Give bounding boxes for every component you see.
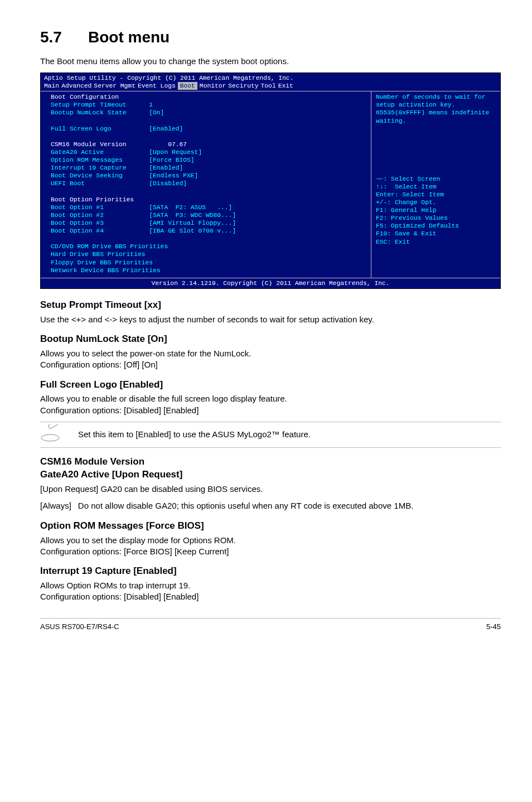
- bios-tab-tool: Tool: [261, 82, 276, 90]
- footer-page-number: 5-45: [486, 622, 501, 632]
- bios-group2-title: CSM16 Module Version 07.67: [51, 141, 187, 148]
- bios-key-help: →←: Select Screen ↑↓: Select Item Enter:…: [376, 175, 496, 246]
- section-title: Boot menu: [88, 28, 170, 46]
- body-setup-prompt: Use the <+> and <-> keys to adjust the n…: [40, 314, 501, 325]
- page-heading: 5.7Boot menu: [40, 27, 501, 48]
- footer-model: ASUS RS700-E7/RS4-C: [40, 622, 119, 632]
- def-def-always: Do not allow disable GA20; this optionis…: [78, 500, 413, 511]
- bios-tab-event-logs: Event Logs: [138, 82, 176, 90]
- section-number: 5.7: [40, 27, 88, 48]
- bios-group1-title: Boot Configuration: [51, 94, 119, 100]
- body-option-rom: Allows you to set the display mode for O…: [40, 535, 501, 558]
- bios-group2-items: GateA20 Active [Upon Request] Option ROM…: [51, 149, 202, 187]
- bios-menubar: Main Advanced Server Mgmt Event Logs Boo…: [41, 82, 500, 91]
- bios-footer-line: Version 2.14.1219. Copyright (C) 2011 Am…: [41, 278, 500, 288]
- bios-left-pane: Boot Configuration Setup Prompt Timeout …: [41, 91, 371, 278]
- bios-tab-advanced: Advanced: [61, 82, 91, 90]
- bios-title-line: Aptio Setup Utility - Copyright (C) 2011…: [41, 73, 500, 82]
- bios-body: Boot Configuration Setup Prompt Timeout …: [41, 91, 500, 278]
- bios-group3-title: Boot Option Priorities: [51, 196, 134, 203]
- body-numlock: Allows you to select the power-on state …: [40, 348, 501, 371]
- subhead-csm16: CSM16 Module Version: [40, 456, 501, 468]
- bios-tab-security: Seciruty: [228, 82, 258, 90]
- bios-group1-items: Setup Prompt Timeout 1 Bootup NumLock St…: [51, 102, 183, 132]
- bios-right-pane: Number of seconds to wait for setup acti…: [371, 91, 500, 278]
- bios-tab-boot: Boot: [178, 82, 197, 90]
- bios-group3-items: Boot Option #1 [SATA P2: ASUS ...] Boot …: [51, 204, 236, 274]
- bios-help-text: Number of seconds to wait for setup acti…: [376, 93, 496, 124]
- subhead-interrupt19: Interrupt 19 Capture [Enabled]: [40, 565, 501, 578]
- page-footer: ASUS RS700-E7/RS4-C 5-45: [40, 618, 501, 632]
- body-fullscreen: Allows you to enable or disable the full…: [40, 393, 501, 416]
- bios-tab-server-mgmt: Server Mgmt: [94, 82, 136, 90]
- subhead-numlock: Bootup NumLock State [On]: [40, 333, 501, 346]
- bios-tab-main: Main: [44, 82, 59, 90]
- body-gatea20-line1: [Upon Request] GA20 can be disabled usin…: [40, 484, 501, 495]
- body-interrupt19: Allows Option ROMs to trap interrupt 19.…: [40, 580, 501, 603]
- subhead-setup-prompt: Setup Prompt Timeout [xx]: [40, 299, 501, 312]
- intro-text: The Boot menu items allow you to change …: [40, 56, 501, 67]
- bios-tab-exit: Exit: [278, 82, 293, 90]
- bios-screenshot: Aptio Setup Utility - Copyright (C) 2011…: [40, 73, 501, 289]
- def-term-always: [Always]: [40, 500, 78, 511]
- pencil-note-icon: [40, 424, 66, 445]
- subhead-option-rom: Option ROM Messages [Force BIOS]: [40, 520, 501, 533]
- subhead-gatea20: GateA20 Active [Upon Request]: [40, 468, 501, 481]
- subhead-fullscreen: Full Screen Logo [Enabled]: [40, 379, 501, 392]
- note-callout: Set this item to [Enabled] to use the AS…: [40, 422, 501, 448]
- svg-rect-1: [48, 424, 62, 429]
- bios-tab-monitor: Monitor: [200, 82, 226, 90]
- note-text: Set this item to [Enabled] to use the AS…: [78, 429, 311, 440]
- svg-point-0: [41, 434, 59, 441]
- definition-list: [Always] Do not allow disable GA20; this…: [40, 500, 413, 511]
